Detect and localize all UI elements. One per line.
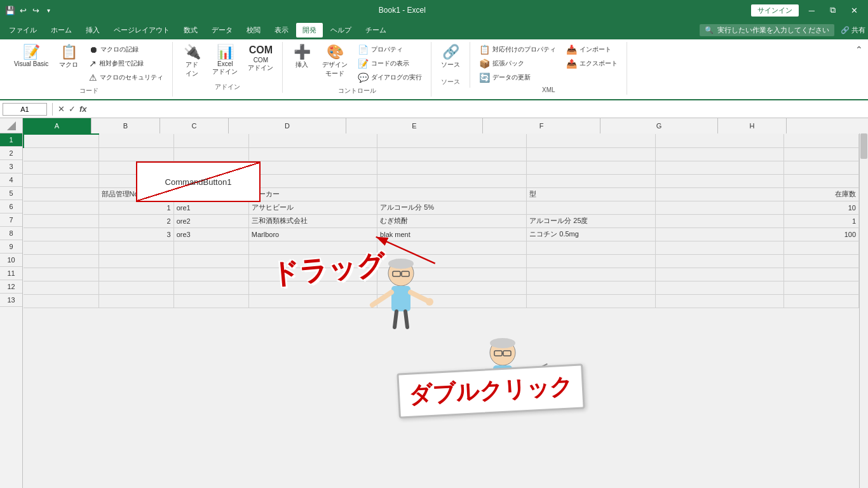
menu-developer[interactable]: 開発: [296, 23, 323, 37]
col-header-b[interactable]: B: [92, 118, 160, 133]
row-header-2[interactable]: 2: [0, 147, 22, 160]
cell-e7[interactable]: むぎ焼酎: [377, 214, 527, 227]
cell-c2[interactable]: [173, 147, 248, 161]
cell-f1[interactable]: [527, 134, 655, 147]
row-header-6[interactable]: 6: [0, 200, 22, 214]
redo-icon[interactable]: ↪: [31, 5, 41, 15]
insert-function-icon[interactable]: fx: [79, 104, 87, 114]
macro-button[interactable]: 📋 マクロ: [55, 43, 83, 71]
cell-a10[interactable]: [24, 254, 98, 268]
excel-addin-button[interactable]: 📊 Excelアドイン: [208, 43, 241, 78]
vertical-scrollbar[interactable]: [859, 133, 868, 488]
cell-f5[interactable]: 型: [527, 187, 655, 201]
row-header-9[interactable]: 9: [0, 240, 22, 254]
cell-d2[interactable]: [248, 147, 377, 161]
cell-e1[interactable]: [377, 134, 527, 147]
cell-h9[interactable]: [783, 241, 858, 254]
cell-h2[interactable]: [783, 147, 858, 161]
mapping-props-button[interactable]: 📋 対応付けのプロパティ: [475, 43, 560, 56]
cell-a11[interactable]: [24, 268, 98, 281]
expansion-pack-button[interactable]: 📦 拡張パック: [475, 57, 560, 70]
cell-d1[interactable]: [248, 134, 377, 147]
cell-d7[interactable]: 三和酒類株式会社: [248, 214, 377, 227]
cell-g6[interactable]: [655, 201, 783, 214]
addin-button[interactable]: 🔌 アドイン: [178, 43, 206, 80]
save-icon[interactable]: 💾: [5, 5, 15, 15]
cell-a13[interactable]: [24, 294, 98, 308]
row-header-5[interactable]: 5: [0, 187, 22, 200]
formula-input[interactable]: [90, 105, 865, 113]
cell-d3[interactable]: [248, 161, 377, 174]
cell-d6[interactable]: アサヒビール: [248, 201, 377, 214]
cell-h5[interactable]: 在庫数: [783, 187, 858, 201]
cell-f4[interactable]: [527, 174, 655, 187]
row-header-1[interactable]: 1: [0, 133, 22, 147]
cell-g12[interactable]: [655, 281, 783, 294]
cell-g2[interactable]: [655, 147, 783, 161]
cell-b7[interactable]: 2: [98, 214, 173, 227]
restore-button[interactable]: ⧉: [825, 0, 841, 20]
cell-a8[interactable]: [24, 227, 98, 241]
cell-c7[interactable]: ore2: [173, 214, 248, 227]
menu-view[interactable]: 表示: [268, 23, 295, 37]
cell-b10[interactable]: [98, 254, 173, 268]
design-mode-button[interactable]: 🎨 デザインモード: [318, 43, 351, 80]
cell-g7[interactable]: [655, 214, 783, 227]
cell-c13[interactable]: [173, 294, 248, 308]
cell-g8[interactable]: [655, 227, 783, 241]
row-header-4[interactable]: 4: [0, 173, 22, 187]
cell-h7[interactable]: 1: [783, 214, 858, 227]
row-header-11[interactable]: 11: [0, 267, 22, 280]
cell-c8[interactable]: ore3: [173, 227, 248, 241]
menu-file[interactable]: ファイル: [3, 23, 43, 37]
menu-formulas[interactable]: 数式: [177, 23, 204, 37]
cell-b9[interactable]: [98, 241, 173, 254]
cell-b8[interactable]: 3: [98, 227, 173, 241]
cell-a1[interactable]: [24, 134, 98, 147]
minimize-button[interactable]: ─: [804, 0, 820, 20]
cell-b6[interactable]: 1: [98, 201, 173, 214]
undo-icon[interactable]: ↩: [18, 5, 28, 15]
menu-team[interactable]: チーム: [359, 23, 393, 37]
cell-f10[interactable]: [527, 254, 655, 268]
cell-e2[interactable]: [377, 147, 527, 161]
refresh-data-button[interactable]: 🔄 データの更新: [475, 71, 560, 84]
cell-c12[interactable]: [173, 281, 248, 294]
cell-e3[interactable]: [377, 161, 527, 174]
cell-f8[interactable]: ニコチン 0.5mg: [527, 227, 655, 241]
cell-g9[interactable]: [655, 241, 783, 254]
cell-f9[interactable]: [527, 241, 655, 254]
cell-f11[interactable]: [527, 268, 655, 281]
cell-f2[interactable]: [527, 147, 655, 161]
relative-ref-button[interactable]: ↗ 相対参照で記録: [85, 57, 167, 70]
col-header-e[interactable]: E: [346, 118, 483, 133]
col-header-f[interactable]: F: [483, 118, 600, 133]
close-button[interactable]: ✕: [846, 0, 863, 20]
col-header-d[interactable]: D: [229, 118, 346, 133]
menu-pagelayout[interactable]: ページレイアウト: [107, 23, 176, 37]
cell-a9[interactable]: [24, 241, 98, 254]
cell-h10[interactable]: [783, 254, 858, 268]
cell-g1[interactable]: [655, 134, 783, 147]
scrollbar-thumb[interactable]: [860, 133, 867, 159]
view-code-button[interactable]: 📝 コードの表示: [354, 57, 426, 70]
command-button-1[interactable]: CommandButton1: [136, 161, 261, 202]
record-macro-button[interactable]: ⏺ マクロの記録: [85, 43, 167, 56]
cell-reference-input[interactable]: [3, 103, 47, 116]
cell-a4[interactable]: [24, 174, 98, 187]
cell-h12[interactable]: [783, 281, 858, 294]
row-header-13[interactable]: 13: [0, 294, 22, 307]
cell-a5[interactable]: [24, 187, 98, 201]
cell-c11[interactable]: [173, 268, 248, 281]
cell-e5[interactable]: [377, 187, 527, 201]
cell-c9[interactable]: [173, 241, 248, 254]
source-button[interactable]: 🔗 ソース: [437, 43, 465, 71]
visual-basic-button[interactable]: 📝 Visual Basic: [10, 43, 52, 69]
cell-h1[interactable]: [783, 134, 858, 147]
row-header-8[interactable]: 8: [0, 227, 22, 240]
cell-c10[interactable]: [173, 254, 248, 268]
cell-e8[interactable]: blak ment: [377, 227, 527, 241]
cell-h4[interactable]: [783, 174, 858, 187]
cell-a12[interactable]: [24, 281, 98, 294]
macro-security-button[interactable]: ⚠ マクロのセキュリティ: [85, 71, 167, 84]
